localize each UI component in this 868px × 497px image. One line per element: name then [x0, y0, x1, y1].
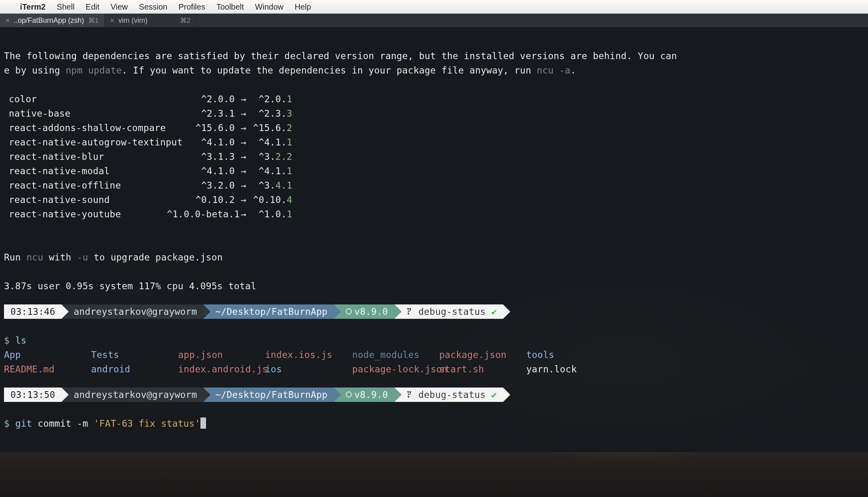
ls-entry: Tests: [91, 348, 178, 362]
menu-profiles[interactable]: Profiles: [178, 2, 205, 12]
dep-to-version: ^3.4.1: [252, 178, 292, 193]
dep-row: react-addons-shallow-compare^15.6.0→^15.…: [4, 121, 864, 135]
prompt-userhost: andreystarkov@grayworm: [73, 390, 197, 400]
menu-shell[interactable]: Shell: [57, 2, 74, 12]
git-branch-icon: [406, 388, 413, 402]
ncu-run-c: to upgrade package.json: [88, 252, 223, 262]
menu-window[interactable]: Window: [255, 2, 283, 12]
dep-name: react-addons-shallow-compare: [4, 121, 167, 135]
dep-row: color^2.0.0→^2.0.1: [4, 92, 864, 106]
prompt-path: ~/Desktop/FatBurnApp: [215, 390, 327, 400]
tab-fatburnapp[interactable]: × ..op/FatBurnApp (zsh) ⌘1: [0, 14, 105, 27]
dep-row: react-native-youtube^1.0.0-beta.1→^1.0.1: [4, 207, 864, 221]
dep-name: native-base: [4, 106, 167, 121]
ls-entry: package.json: [439, 348, 526, 362]
ncu-message-line2b: . If you want to update the dependencies…: [122, 65, 537, 76]
tab-shortcut: ⌘1: [88, 16, 99, 25]
dep-from-version: ^3.1.3: [167, 149, 235, 164]
command-ls: ls: [15, 335, 26, 346]
command-line-git-commit[interactable]: $ git commit -m 'FAT-63 fix status': [4, 416, 864, 431]
prompt-branch-name: debug-status: [418, 306, 486, 317]
ncu-a-cmd: ncu -a: [537, 65, 571, 76]
prompt-branch-segment: debug-status ✔: [394, 388, 503, 402]
dep-to-version: ^0.10.4: [252, 193, 292, 207]
dep-row: react-native-blur^3.1.3→^3.2.2: [4, 149, 864, 164]
menu-toolbelt[interactable]: Toolbelt: [216, 2, 244, 12]
tab-vim[interactable]: × vim (vim) ⌘2: [105, 14, 196, 27]
ls-entry: index.android.js: [178, 362, 265, 376]
prompt-path-segment: ~/Desktop/FatBurnApp: [203, 388, 334, 402]
dep-name: react-native-autogrow-textinput: [4, 135, 167, 149]
close-icon[interactable]: ×: [110, 16, 115, 25]
ncu-npm-update-cmd: npm update: [66, 65, 122, 76]
arrow-icon: →: [235, 207, 252, 221]
prompt-path: ~/Desktop/FatBurnApp: [215, 306, 327, 317]
dep-from-version: ^2.3.1: [167, 106, 235, 121]
command-git: git: [15, 418, 32, 429]
dep-row: react-native-modal^4.1.0→^4.1.1: [4, 164, 864, 178]
menu-session[interactable]: Session: [139, 2, 167, 12]
dep-to-version: ^4.1.1: [252, 164, 292, 178]
arrow-icon: →: [235, 164, 252, 178]
tab-title: vim (vim): [119, 16, 176, 25]
dep-to-version: ^15.6.2: [252, 121, 292, 135]
ncu-message-line2a: e by using: [4, 65, 66, 76]
prompt-line-2: 03:13:50 andreystarkov@grayworm ~/Deskto…: [4, 388, 864, 402]
ncu-dependency-table: color^2.0.0→^2.0.1native-base^2.3.1→^2.3…: [4, 92, 864, 221]
tab-shortcut: ⌘2: [180, 16, 190, 25]
close-icon[interactable]: ×: [6, 16, 10, 25]
dep-name: react-native-youtube: [4, 207, 167, 221]
ls-output-grid: AppTestsapp.jsonindex.ios.jsnode_modules…: [4, 348, 864, 376]
prompt-path-segment: ~/Desktop/FatBurnApp: [203, 304, 334, 319]
ncu-run-b: with: [43, 252, 77, 262]
dep-name: react-native-sound: [4, 193, 167, 207]
node-ring-icon: [346, 392, 352, 398]
dep-from-version: ^3.2.0: [167, 178, 235, 193]
arrow-icon: →: [235, 193, 252, 207]
dep-row: react-native-offline^3.2.0→^3.4.1: [4, 178, 864, 193]
ls-entry: README.md: [4, 362, 91, 376]
command-line-ls: $ ls: [4, 333, 864, 348]
dep-row: react-native-sound^0.10.2→^0.10.4: [4, 193, 864, 207]
dep-row: react-native-autogrow-textinput^4.1.0→^4…: [4, 135, 864, 149]
ncu-run-ncu: ncu: [26, 252, 43, 262]
dep-row: native-base^2.3.1→^2.3.3: [4, 106, 864, 121]
arrow-icon: →: [235, 121, 252, 135]
prompt-branch-name: debug-status: [418, 390, 486, 400]
node-ring-icon: [346, 308, 352, 314]
menu-help[interactable]: Help: [295, 2, 311, 12]
prompt-node-version: v8.9.0: [354, 390, 388, 400]
dep-to-version: ^3.2.2: [252, 149, 292, 164]
prompt-time: 03:13:46: [10, 306, 55, 317]
ls-entry: App: [4, 348, 91, 362]
terminal-cursor: [200, 417, 206, 429]
dep-to-version: ^1.0.1: [252, 207, 292, 221]
arrow-icon: →: [235, 178, 252, 193]
checkmark-icon: ✔: [491, 306, 497, 317]
ncu-timing-stats: 3.87s user 0.95s system 117% cpu 4.095s …: [4, 281, 256, 291]
checkmark-icon: ✔: [491, 390, 497, 400]
terminal-content[interactable]: The following dependencies are satisfied…: [0, 27, 868, 449]
dep-from-version: ^1.0.0-beta.1: [167, 207, 235, 221]
menu-edit[interactable]: Edit: [86, 2, 99, 12]
arrow-icon: →: [235, 92, 252, 106]
ls-entry: package-lock.json: [352, 362, 439, 376]
menu-view[interactable]: View: [111, 2, 128, 12]
command-args: commit -m: [32, 418, 94, 429]
menubar-app-name[interactable]: iTerm2: [20, 2, 46, 12]
dep-from-version: ^15.6.0: [167, 121, 235, 135]
command-string: 'FAT-63 fix status': [94, 418, 200, 429]
dep-to-version: ^4.1.1: [252, 135, 292, 149]
iterm-tab-strip: × ..op/FatBurnApp (zsh) ⌘1 × vim (vim) ⌘…: [0, 14, 868, 27]
dep-from-version: ^0.10.2: [167, 193, 235, 207]
prompt-node-version: v8.9.0: [354, 306, 388, 317]
prompt-time-segment: 03:13:46: [4, 304, 61, 319]
prompt-time-segment: 03:13:50: [4, 388, 61, 402]
arrow-icon: →: [235, 149, 252, 164]
ls-entry: yarn.lock: [526, 362, 613, 376]
prompt-line-1: 03:13:46 andreystarkov@grayworm ~/Deskto…: [4, 304, 864, 319]
ncu-run-u: -u: [77, 252, 88, 262]
dep-from-version: ^4.1.0: [167, 164, 235, 178]
prompt-dollar: $: [4, 418, 10, 429]
ncu-message-line2c: .: [571, 65, 576, 76]
